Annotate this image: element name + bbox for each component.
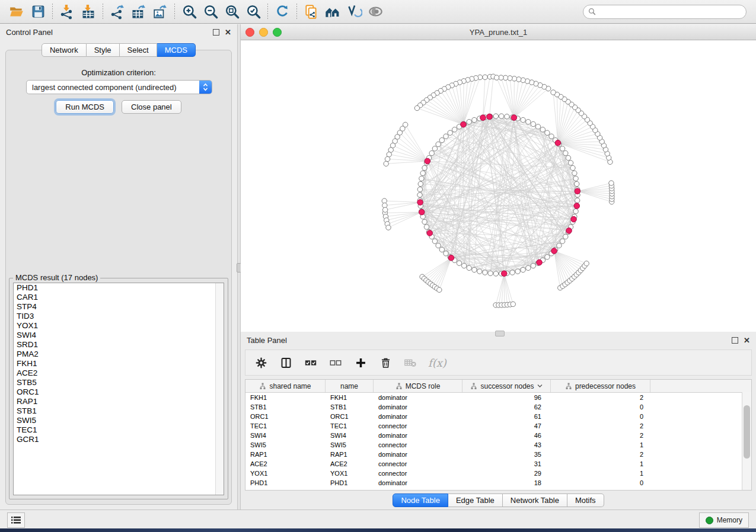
mcds-node[interactable] (501, 271, 507, 277)
memory-button[interactable]: Memory (699, 512, 749, 528)
table-row[interactable]: PHD1PHD1dominator180 (245, 478, 751, 488)
graph-node[interactable] (477, 269, 482, 274)
mcds-node[interactable] (461, 121, 467, 127)
import-network-icon[interactable] (56, 2, 78, 21)
graph-node[interactable] (573, 176, 578, 181)
graph-node[interactable] (535, 124, 540, 129)
graph-node[interactable] (432, 146, 437, 151)
graph-node[interactable] (472, 267, 477, 272)
column-header-predecessor-nodes[interactable]: predecessor nodes (551, 380, 650, 392)
graph-node[interactable] (575, 198, 579, 203)
mcds-result-item[interactable]: SRD1 (14, 340, 224, 350)
select-all-columns-icon[interactable] (304, 355, 318, 370)
zoom-fit-icon[interactable] (221, 2, 243, 21)
add-column-icon[interactable] (353, 355, 368, 370)
show-hide-panel-icon[interactable] (365, 2, 386, 21)
graph-node[interactable] (444, 251, 448, 256)
open-session-icon[interactable] (6, 2, 27, 21)
mcds-result-item[interactable]: CAR1 (14, 293, 224, 302)
table-row[interactable]: SWI4SWI4dominator462 (245, 431, 751, 440)
mcds-node[interactable] (555, 140, 561, 146)
mcds-node[interactable] (537, 259, 543, 265)
graph-node[interactable] (560, 239, 564, 243)
graph-node[interactable] (417, 187, 422, 192)
graph-node[interactable] (551, 90, 556, 95)
graph-node[interactable] (386, 225, 391, 230)
mcds-result-item[interactable]: YOX1 (14, 321, 224, 331)
graph-node[interactable] (531, 121, 535, 126)
graph-node[interactable] (483, 75, 487, 79)
toggle-visual-style-icon[interactable] (343, 2, 365, 21)
column-header-name[interactable]: name (326, 380, 374, 392)
network-canvas[interactable] (241, 40, 756, 332)
mcds-node[interactable] (427, 230, 433, 236)
graph-node[interactable] (385, 156, 390, 161)
table-row[interactable]: ACE2ACE2connector311 (245, 459, 751, 469)
tab-style[interactable]: Style (87, 43, 120, 57)
graph-node[interactable] (573, 209, 578, 213)
graph-node[interactable] (549, 134, 554, 139)
graph-node[interactable] (568, 161, 573, 165)
horizontal-splitter-grip[interactable] (495, 331, 505, 336)
table-row[interactable]: TEC1TEC1connector472 (245, 421, 751, 431)
home-icon[interactable] (322, 2, 343, 21)
export-network-icon[interactable] (107, 2, 128, 21)
export-network-to-web-icon[interactable] (301, 2, 322, 21)
graph-node[interactable] (436, 142, 441, 146)
table-row[interactable]: YOX1YOX1connector291 (245, 469, 751, 478)
mcds-result-item[interactable]: PMA2 (14, 350, 224, 359)
mcds-result-item[interactable]: STP4 (14, 302, 224, 312)
graph-node[interactable] (566, 155, 570, 160)
close-panel-button[interactable]: Close panel (122, 100, 181, 114)
show-columns-icon[interactable] (279, 355, 293, 370)
search-box[interactable] (583, 5, 747, 19)
mcds-result-item[interactable]: STB5 (14, 378, 224, 387)
graph-node[interactable] (439, 137, 444, 142)
mcds-node[interactable] (487, 114, 493, 120)
graph-node[interactable] (515, 269, 520, 274)
mcds-node[interactable] (551, 248, 557, 254)
close-table-panel-icon[interactable]: ✕ (744, 338, 750, 343)
run-mcds-button[interactable]: Run MCDS (56, 100, 114, 114)
graph-node[interactable] (563, 234, 568, 239)
table-row[interactable]: RAP1RAP1dominator352 (245, 450, 751, 459)
table-scrollbar-thumb[interactable] (744, 405, 750, 459)
graph-node[interactable] (560, 146, 564, 151)
graph-node[interactable] (444, 134, 448, 139)
graph-node[interactable] (418, 181, 423, 186)
graph-node[interactable] (382, 207, 387, 212)
graph-node[interactable] (467, 119, 471, 124)
graph-node[interactable] (388, 148, 393, 152)
mcds-result-item[interactable]: TID3 (14, 312, 224, 321)
graph-node[interactable] (432, 239, 437, 243)
graph-node[interactable] (417, 193, 422, 197)
refresh-layout-icon[interactable] (272, 2, 293, 21)
tab-motifs[interactable]: Motifs (567, 493, 604, 507)
graph-node[interactable] (472, 117, 477, 122)
graph-node[interactable] (419, 176, 424, 181)
network-graph[interactable] (241, 40, 756, 332)
graph-node[interactable] (422, 165, 427, 170)
graph-node[interactable] (422, 219, 427, 224)
export-table-icon[interactable] (128, 2, 149, 21)
mcds-node[interactable] (571, 216, 577, 222)
graph-node[interactable] (545, 130, 550, 135)
tab-network-table[interactable]: Network Table (503, 493, 567, 507)
graph-node[interactable] (609, 181, 614, 185)
table-settings-icon[interactable] (254, 355, 268, 370)
graph-node[interactable] (499, 114, 503, 118)
mcds-node[interactable] (511, 115, 517, 121)
graph-node[interactable] (575, 181, 579, 186)
table-row[interactable]: FKH1FKH1dominator962 (245, 393, 751, 402)
column-header-shared-name[interactable]: shared name (245, 380, 326, 392)
graph-node[interactable] (540, 127, 545, 132)
mcds-result-item[interactable]: SWI4 (14, 331, 224, 340)
mcds-node[interactable] (448, 255, 454, 261)
export-image-icon[interactable] (149, 2, 171, 21)
graph-node[interactable] (437, 287, 442, 292)
graph-node[interactable] (505, 114, 509, 119)
graph-node[interactable] (494, 75, 499, 80)
graph-node[interactable] (563, 150, 568, 155)
zoom-out-icon[interactable] (200, 2, 221, 21)
graph-node[interactable] (510, 270, 515, 275)
